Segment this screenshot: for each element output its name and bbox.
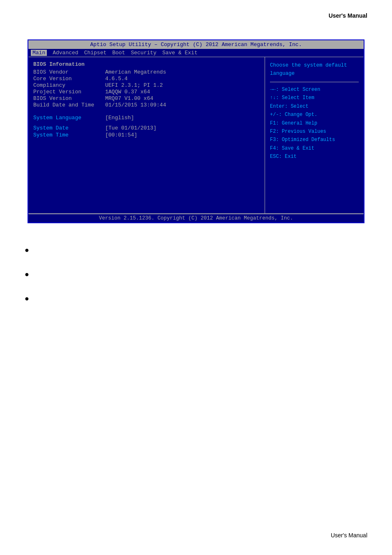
menu-item-save-exit[interactable]: Save & Exit [162, 50, 198, 56]
menu-item-boot[interactable]: Boot [112, 50, 125, 56]
menu-item-advanced[interactable]: Advanced [53, 50, 78, 56]
menu-item-security[interactable]: Security [131, 50, 156, 56]
bullet-section: ● ● ● [0, 240, 392, 321]
bios-body: BIOS Information BIOS Vendor American Me… [28, 57, 364, 213]
bios-screen: Aptio Setup Utility – Copyright (C) 2012… [28, 39, 364, 223]
bios-footer-text: Version 2.15.1236. Copyright (C) 2012 Am… [99, 215, 293, 221]
build-date-row: Build Date and Time 01/15/2015 13:09:44 [33, 102, 260, 108]
page-header: User's Manual [0, 0, 392, 23]
build-date-value: 01/15/2015 13:09:44 [105, 102, 166, 108]
bullet-item-2: ● [25, 268, 367, 280]
bios-footer: Version 2.15.1236. Copyright (C) 2012 Am… [28, 213, 364, 222]
system-time-label: System Time [33, 132, 105, 138]
compliancy-value: UEFI 2.3.1; PI 1.2 [105, 82, 163, 88]
bios-menu-bar: Main Advanced Chipset Boot Security Save… [28, 49, 364, 57]
bios-vendor-row: BIOS Vendor American Megatrends [33, 69, 260, 75]
system-date-label: System Date [33, 125, 105, 131]
menu-item-main[interactable]: Main [31, 50, 47, 56]
compliancy-row: Compliancy UEFI 2.3.1; PI 1.2 [33, 82, 260, 88]
menu-item-chipset[interactable]: Chipset [84, 50, 107, 56]
key-previous-values: F2: Previous Values [270, 127, 359, 136]
bios-version-value: MRQ07 V1.00 x64 [105, 95, 153, 102]
key-save-exit: F4: Save & Exit [270, 144, 359, 153]
key-change-opt: +/-: Change Opt. [270, 111, 359, 119]
bios-vendor-label: BIOS Vendor [33, 69, 105, 75]
core-version-value: 4.6.5.4 [105, 76, 128, 82]
system-time-value: [00:01:54] [105, 132, 137, 138]
system-time-row[interactable]: System Time [00:01:54] [33, 132, 260, 138]
system-language-label: System Language [33, 115, 105, 121]
bios-info-section: BIOS Information BIOS Vendor American Me… [33, 61, 260, 108]
key-select-item: ↑↓: Select Item [270, 94, 359, 102]
core-version-row: Core Version 4.6.5.4 [33, 76, 260, 82]
footer-title: User's Manual [331, 532, 367, 539]
bios-title-bar: Aptio Setup Utility – Copyright (C) 2012… [28, 40, 364, 49]
project-version-value: 1AQQW 0.37 x64 [105, 89, 150, 95]
bullet-dot-3: ● [25, 293, 29, 304]
bios-version-label: BIOS Version [33, 95, 105, 102]
core-version-label: Core Version [33, 76, 105, 82]
system-language-value: [English] [105, 115, 134, 121]
right-divider [270, 82, 359, 82]
key-select-screen: →←: Select Screen [270, 86, 359, 94]
bullet-dot-2: ● [25, 269, 29, 280]
build-date-label: Build Date and Time [33, 102, 105, 108]
bullet-dot-1: ● [25, 245, 29, 256]
project-version-label: Project Version [33, 89, 105, 95]
system-date-row[interactable]: System Date [Tue 01/01/2013] [33, 125, 260, 131]
key-enter-select: Enter: Select [270, 102, 359, 111]
bios-vendor-value: American Megatrends [105, 69, 166, 75]
bios-left-panel: BIOS Information BIOS Vendor American Me… [28, 57, 265, 213]
compliancy-label: Compliancy [33, 82, 105, 88]
bios-section-title: BIOS Information [33, 61, 260, 67]
page-footer: User's Manual [331, 532, 367, 539]
bullet-item-3: ● [25, 292, 367, 304]
header-title: User's Manual [329, 12, 367, 19]
project-version-row: Project Version 1AQQW 0.37 x64 [33, 89, 260, 95]
bios-right-panel: Choose the system default language →←: S… [265, 57, 364, 213]
system-language-row[interactable]: System Language [English] [33, 115, 260, 121]
bios-title-text: Aptio Setup Utility – Copyright (C) 2012… [90, 42, 302, 48]
system-date-value: [Tue 01/01/2013] [105, 125, 157, 131]
bullet-item-1: ● [25, 244, 367, 256]
bios-version-row: BIOS Version MRQ07 V1.00 x64 [33, 95, 260, 102]
key-esc-exit: ESC: Exit [270, 153, 359, 161]
key-general-help: F1: General Help [270, 119, 359, 127]
help-text: Choose the system default language [270, 61, 359, 78]
key-help: →←: Select Screen ↑↓: Select Item Enter:… [270, 86, 359, 161]
key-optimized-defaults: F3: Optimized Defaults [270, 136, 359, 144]
